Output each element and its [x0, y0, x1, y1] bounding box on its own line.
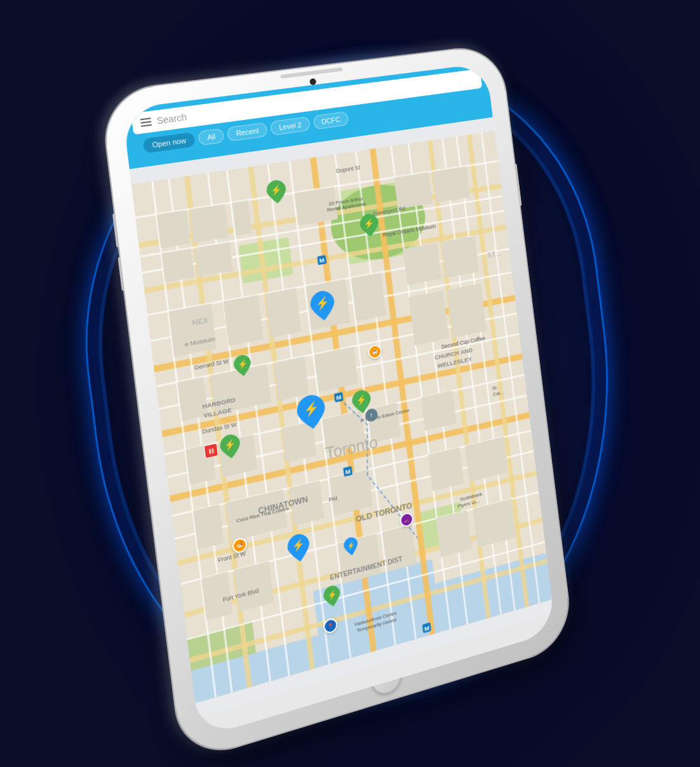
charger-marker-green-bottom[interactable]: ⚡ — [323, 584, 342, 608]
svg-rect-57 — [265, 288, 301, 338]
filter-all[interactable]: All — [198, 128, 224, 146]
svg-rect-54 — [194, 242, 233, 277]
svg-rect-65 — [394, 172, 432, 209]
phone-screen: Search Open now All Recent Level 2 DCFC — [122, 63, 556, 738]
svg-text:M: M — [424, 624, 429, 632]
svg-rect-50 — [189, 204, 229, 243]
svg-rect-66 — [433, 166, 470, 203]
svg-text:M: M — [319, 257, 325, 264]
svg-rect-76 — [421, 390, 457, 430]
charger-marker-teal[interactable]: ⚡ — [343, 536, 359, 557]
svg-rect-69 — [408, 291, 448, 345]
svg-rect-85 — [428, 448, 464, 491]
svg-rect-77 — [193, 505, 224, 550]
svg-rect-68 — [441, 236, 479, 278]
svg-rect-87 — [436, 510, 472, 557]
filter-dcfc[interactable]: DCFC — [313, 111, 349, 130]
charger-marker-1[interactable]: ⚡ — [266, 179, 288, 205]
svg-rect-63 — [274, 357, 309, 401]
svg-rect-67 — [403, 243, 441, 285]
charger-marker-5[interactable]: ⚡ — [219, 433, 241, 461]
charger-marker-3[interactable]: ⚡ — [232, 354, 252, 378]
map-area[interactable]: Toronto CHINATOWN OLD TORONTO CHURCH AND… — [130, 117, 554, 719]
charger-marker-2[interactable]: ⚡ — [359, 212, 380, 237]
svg-rect-56 — [223, 295, 263, 346]
charger-marker-large-blue[interactable]: ⚡ — [295, 392, 327, 432]
svg-rect-55 — [168, 303, 216, 356]
svg-rect-49 — [157, 210, 191, 248]
charger-marker-blue-bottom[interactable]: ⚡ — [286, 532, 311, 564]
map-svg: Toronto CHINATOWN OLD TORONTO CHURCH AND… — [130, 117, 554, 719]
svg-rect-59 — [351, 272, 386, 321]
charger-marker-active[interactable]: ⚡ — [309, 289, 337, 323]
filter-level2[interactable]: Level 2 — [270, 116, 311, 135]
svg-text:M: M — [336, 394, 342, 402]
filter-open-now[interactable]: Open now — [142, 132, 196, 154]
svg-rect-53 — [161, 248, 194, 282]
filter-recent[interactable]: Recent — [227, 122, 268, 142]
menu-icon[interactable] — [140, 117, 152, 127]
svg-rect-70 — [447, 283, 487, 337]
svg-text:M: M — [345, 467, 351, 476]
search-placeholder: Search — [156, 112, 187, 126]
